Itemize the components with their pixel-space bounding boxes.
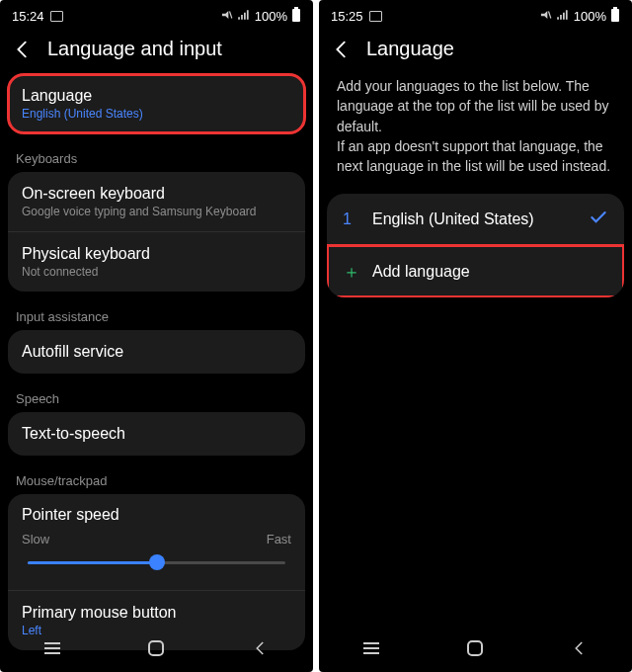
add-language-item[interactable]: ＋ Add language (327, 245, 624, 297)
check-icon (589, 208, 608, 231)
back-icon[interactable] (331, 39, 353, 60)
svg-rect-8 (611, 9, 619, 22)
status-time: 15:24 (12, 9, 44, 24)
physical-keyboard-item[interactable]: Physical keyboard Not connected (8, 231, 305, 292)
status-bar: 15:25 100% (319, 0, 632, 30)
svg-rect-1 (292, 9, 300, 22)
language-card: Language English (United States) (8, 74, 305, 133)
header: Language and input (0, 30, 313, 74)
tts-item[interactable]: Text-to-speech (8, 412, 305, 456)
mute-icon (219, 8, 233, 25)
page-title: Language (366, 38, 454, 60)
section-keyboards: Keyboards (0, 141, 313, 172)
speech-card: Text-to-speech (8, 412, 305, 456)
nav-recents-icon[interactable] (40, 636, 64, 660)
language-label: English (United States) (366, 210, 589, 228)
pointer-speed-item: Pointer speed Slow Fast (8, 494, 305, 590)
svg-line-0 (229, 11, 231, 18)
keyboards-card: On-screen keyboard Google voice typing a… (8, 172, 305, 292)
status-bar: 15:24 100% (0, 0, 313, 30)
language-index: 1 (343, 210, 366, 228)
page-title: Language and input (47, 38, 222, 60)
screenshot-icon (369, 11, 382, 22)
language-subtitle: English (United States) (22, 107, 291, 121)
language-title: Language (22, 87, 291, 105)
pointer-speed-slider[interactable] (28, 552, 285, 572)
svg-rect-2 (294, 7, 298, 9)
nav-bar (0, 625, 313, 672)
battery-percent: 100% (255, 9, 287, 24)
language-row[interactable]: 1 English (United States) (327, 194, 624, 245)
nav-back-icon[interactable] (568, 636, 592, 660)
onscreen-keyboard-item[interactable]: On-screen keyboard Google voice typing a… (8, 172, 305, 231)
language-description: Add your languages to the list below. Th… (319, 74, 632, 194)
nav-home-icon[interactable] (144, 636, 168, 660)
nav-bar (319, 625, 632, 672)
slider-fast-label: Fast (267, 532, 291, 546)
section-mouse: Mouse/trackpad (0, 463, 313, 494)
signal-icon (556, 8, 570, 25)
svg-line-7 (548, 11, 550, 18)
status-time: 15:25 (331, 9, 363, 24)
nav-recents-icon[interactable] (359, 636, 383, 660)
input-assistance-card: Autofill service (8, 330, 305, 374)
svg-rect-9 (613, 7, 617, 9)
battery-icon (610, 7, 620, 26)
nav-back-icon[interactable] (249, 636, 273, 660)
nav-home-icon[interactable] (463, 636, 487, 660)
mute-icon (538, 8, 552, 25)
back-icon[interactable] (12, 39, 34, 60)
add-language-label: Add language (366, 263, 608, 281)
language-item[interactable]: Language English (United States) (8, 74, 305, 133)
phone-left: 15:24 100% Language and input Language E… (0, 0, 313, 672)
plus-icon: ＋ (343, 260, 366, 284)
header: Language (319, 30, 632, 74)
slider-slow-label: Slow (22, 532, 49, 546)
svg-rect-13 (468, 641, 482, 655)
signal-icon (237, 8, 251, 25)
section-speech: Speech (0, 381, 313, 412)
battery-icon (291, 7, 301, 26)
screenshot-icon (50, 11, 63, 22)
languages-card: 1 English (United States) ＋ Add language (327, 194, 624, 297)
section-input-assistance: Input assistance (0, 299, 313, 330)
autofill-item[interactable]: Autofill service (8, 330, 305, 374)
svg-rect-6 (149, 641, 163, 655)
phone-right: 15:25 100% Language Add your languages t… (319, 0, 632, 672)
battery-percent: 100% (574, 9, 606, 24)
